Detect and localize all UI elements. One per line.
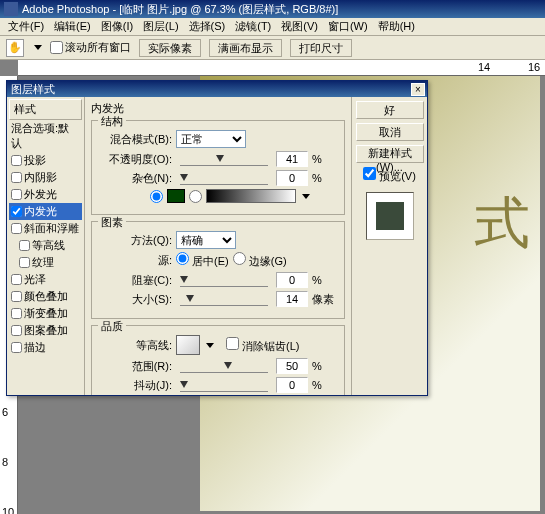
- structure-group: 结构 混合模式(B): 正常 不透明度(O): % 杂色(N): %: [91, 120, 345, 215]
- opacity-label: 不透明度(O):: [100, 152, 172, 167]
- size-label: 大小(S):: [100, 292, 172, 307]
- sidebar-item-innerglow[interactable]: 内发光: [9, 203, 82, 220]
- panel-title: 内发光: [91, 101, 345, 116]
- contour-dropdown-icon[interactable]: [206, 343, 214, 348]
- settings-panel: 内发光 结构 混合模式(B): 正常 不透明度(O): % 杂色(N):: [85, 97, 351, 395]
- blend-mode-select[interactable]: 正常: [176, 130, 246, 148]
- preview-checkbox[interactable]: 预览(V): [363, 167, 416, 184]
- app-title: Adobe Photoshop: [22, 3, 109, 15]
- jitter-label: 抖动(J):: [100, 378, 172, 393]
- sidebar-header[interactable]: 样式: [9, 99, 82, 120]
- jitter-slider[interactable]: [180, 378, 268, 392]
- source-edge-radio[interactable]: 边缘(G): [233, 252, 287, 269]
- options-bar: ✋ 滚动所有窗口 实际像素 满画布显示 打印尺寸: [0, 36, 545, 60]
- fit-screen-button[interactable]: 满画布显示: [209, 39, 282, 57]
- technique-select[interactable]: 精确: [176, 231, 236, 249]
- source-center-radio[interactable]: 居中(E): [176, 252, 229, 269]
- dialog-titlebar[interactable]: 图层样式 ×: [7, 81, 427, 97]
- app-titlebar: Adobe Photoshop - [临时 图片.jpg @ 67.3% (图层…: [0, 0, 545, 18]
- dialog-buttons: 好 取消 新建样式(W)... 预览(V): [351, 97, 427, 395]
- opacity-input[interactable]: [276, 151, 308, 167]
- size-input[interactable]: [276, 291, 308, 307]
- sidebar-item-contour[interactable]: 等高线: [9, 237, 82, 254]
- jitter-input[interactable]: [276, 377, 308, 393]
- source-label: 源:: [100, 253, 172, 268]
- sidebar-item-satin[interactable]: 光泽: [9, 271, 82, 288]
- contour-picker[interactable]: [176, 335, 200, 355]
- menu-filter[interactable]: 滤镜(T): [231, 19, 275, 34]
- cancel-button[interactable]: 取消: [356, 123, 424, 141]
- quality-group: 品质 等高线: 消除锯齿(L) 范围(R): % 抖动(J): %: [91, 325, 345, 395]
- sidebar-item-texture[interactable]: 纹理: [9, 254, 82, 271]
- noise-input[interactable]: [276, 170, 308, 186]
- hand-tool-icon[interactable]: ✋: [6, 39, 24, 57]
- scroll-all-checkbox[interactable]: 滚动所有窗口: [50, 40, 131, 55]
- antialias-checkbox[interactable]: 消除锯齿(L): [226, 337, 300, 354]
- sidebar-item-gradientoverlay[interactable]: 渐变叠加: [9, 305, 82, 322]
- menu-file[interactable]: 文件(F): [4, 19, 48, 34]
- sidebar-blend-options[interactable]: 混合选项:默认: [9, 120, 82, 152]
- gradient-dropdown-icon[interactable]: [302, 194, 310, 199]
- gradient-picker[interactable]: [206, 189, 296, 203]
- size-slider[interactable]: [180, 292, 268, 306]
- ruler-horizontal: 14 16: [18, 60, 545, 76]
- layer-style-dialog: 图层样式 × 样式 混合选项:默认 投影 内阴影 外发光 内发光 斜面和浮雕 等…: [6, 80, 428, 396]
- opacity-slider[interactable]: [180, 152, 268, 166]
- color-radio[interactable]: [150, 190, 163, 203]
- actual-pixels-button[interactable]: 实际像素: [139, 39, 201, 57]
- new-style-button[interactable]: 新建样式(W)...: [356, 145, 424, 163]
- menubar: 文件(F) 编辑(E) 图像(I) 图层(L) 选择(S) 滤镜(T) 视图(V…: [0, 18, 545, 36]
- preview-thumbnail: [366, 192, 414, 240]
- noise-slider[interactable]: [180, 171, 268, 185]
- technique-label: 方法(Q):: [100, 233, 172, 248]
- menu-help[interactable]: 帮助(H): [374, 19, 419, 34]
- choke-label: 阻塞(C):: [100, 273, 172, 288]
- sidebar-item-bevel[interactable]: 斜面和浮雕: [9, 220, 82, 237]
- menu-window[interactable]: 窗口(W): [324, 19, 372, 34]
- color-swatch[interactable]: [167, 189, 185, 203]
- menu-select[interactable]: 选择(S): [185, 19, 230, 34]
- elements-group: 图素 方法(Q): 精确 源: 居中(E) 边缘(G) 阻塞(C): %: [91, 221, 345, 319]
- range-slider[interactable]: [180, 359, 268, 373]
- blend-mode-label: 混合模式(B):: [100, 132, 172, 147]
- range-input[interactable]: [276, 358, 308, 374]
- close-icon[interactable]: ×: [411, 83, 425, 96]
- dialog-title: 图层样式: [11, 82, 55, 97]
- noise-label: 杂色(N):: [100, 171, 172, 186]
- menu-image[interactable]: 图像(I): [97, 19, 137, 34]
- sidebar-item-patternoverlay[interactable]: 图案叠加: [9, 322, 82, 339]
- styles-sidebar: 样式 混合选项:默认 投影 内阴影 外发光 内发光 斜面和浮雕 等高线 纹理 光…: [7, 97, 85, 395]
- doc-title: [临时 图片.jpg @ 67.3% (图层样式, RGB/8#)]: [119, 2, 338, 17]
- sidebar-item-stroke[interactable]: 描边: [9, 339, 82, 356]
- print-size-button[interactable]: 打印尺寸: [290, 39, 352, 57]
- tool-dropdown-icon[interactable]: [34, 45, 42, 50]
- contour-label: 等高线:: [100, 338, 172, 353]
- choke-input[interactable]: [276, 272, 308, 288]
- sidebar-item-coloroverlay[interactable]: 颜色叠加: [9, 288, 82, 305]
- ok-button[interactable]: 好: [356, 101, 424, 119]
- sidebar-item-innershadow[interactable]: 内阴影: [9, 169, 82, 186]
- menu-edit[interactable]: 编辑(E): [50, 19, 95, 34]
- canvas-text: 式: [474, 186, 530, 262]
- app-icon: [4, 2, 18, 16]
- choke-slider[interactable]: [180, 273, 268, 287]
- menu-layer[interactable]: 图层(L): [139, 19, 182, 34]
- gradient-radio[interactable]: [189, 190, 202, 203]
- sidebar-item-dropshadow[interactable]: 投影: [9, 152, 82, 169]
- range-label: 范围(R):: [100, 359, 172, 374]
- menu-view[interactable]: 视图(V): [277, 19, 322, 34]
- sidebar-item-outerglow[interactable]: 外发光: [9, 186, 82, 203]
